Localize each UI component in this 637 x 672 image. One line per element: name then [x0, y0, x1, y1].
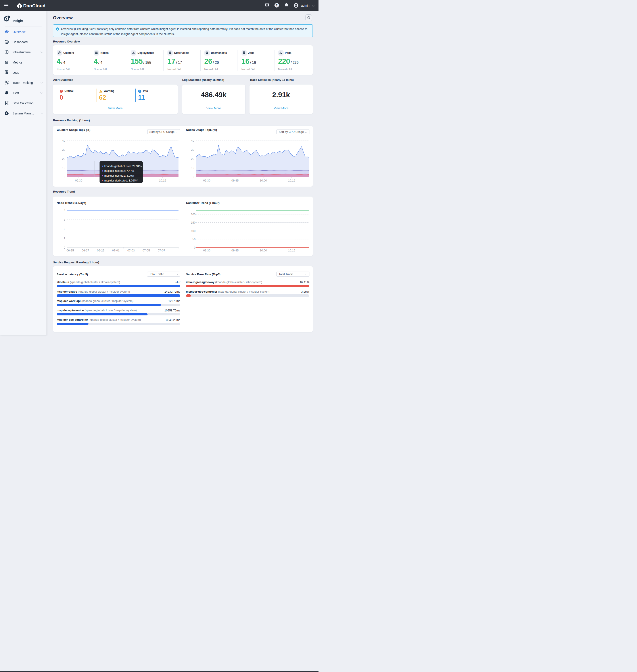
svg-text:06-29: 06-29 [97, 249, 104, 252]
svg-text:10:15: 10:15 [159, 179, 166, 182]
svg-text:06-25: 06-25 [66, 249, 74, 252]
svg-text:0: 0 [194, 246, 196, 249]
svg-text:0: 0 [64, 176, 65, 179]
svg-text:4: 4 [64, 209, 65, 212]
svg-text:07-03: 07-03 [127, 249, 134, 252]
svg-text:100: 100 [191, 230, 196, 233]
svg-text:10:00: 10:00 [260, 249, 267, 252]
svg-text:30: 30 [191, 148, 194, 152]
svg-text:0: 0 [64, 246, 65, 249]
svg-text:10:00: 10:00 [260, 179, 267, 182]
svg-text:07-07: 07-07 [158, 249, 165, 252]
svg-text:20: 20 [191, 157, 194, 160]
svg-text:10: 10 [191, 166, 194, 170]
svg-text:200: 200 [191, 213, 196, 216]
svg-text:40: 40 [191, 139, 194, 142]
svg-text:07-05: 07-05 [142, 249, 150, 252]
svg-text:09:30: 09:30 [75, 179, 82, 182]
svg-text:150: 150 [191, 221, 196, 224]
svg-text:50: 50 [193, 238, 196, 241]
svg-text:06-27: 06-27 [81, 249, 89, 252]
svg-text:09:45: 09:45 [231, 179, 239, 182]
svg-text:09:30: 09:30 [203, 179, 210, 182]
svg-text:09:45: 09:45 [231, 249, 239, 252]
svg-text:10:15: 10:15 [288, 179, 295, 182]
svg-text:3: 3 [64, 218, 65, 222]
svg-text:07-01: 07-01 [112, 249, 120, 252]
svg-text:40: 40 [62, 139, 65, 142]
svg-text:2: 2 [64, 228, 65, 231]
svg-text:09:30: 09:30 [203, 249, 210, 252]
svg-text:20: 20 [62, 157, 65, 160]
svg-text:30: 30 [62, 148, 65, 152]
svg-text:1: 1 [64, 237, 65, 240]
svg-text:10: 10 [62, 166, 65, 170]
svg-text:?: ? [276, 3, 278, 7]
svg-text:0: 0 [193, 176, 194, 179]
svg-text:10:15: 10:15 [288, 249, 295, 252]
